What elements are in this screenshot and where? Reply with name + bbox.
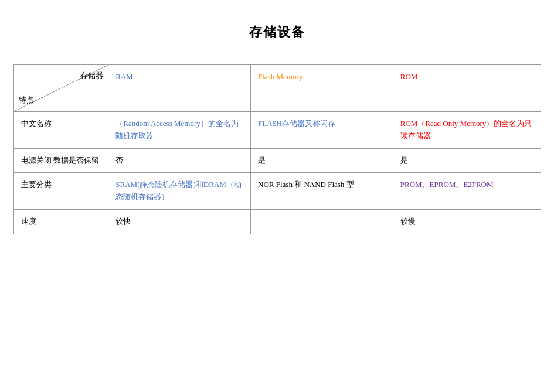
rom-chinese-name-text: ROM（Read Only Memory）的全名为只读存储器 xyxy=(400,119,532,140)
flash-chinese-name-text: FLASH存储器又称闪存 xyxy=(258,119,335,128)
flash-classification: NOR Flash 和 NAND Flash 型 xyxy=(251,173,393,210)
flash-classification-text: NOR Flash 和 NAND Flash 型 xyxy=(258,180,354,189)
flash-chinese-name: FLASH存储器又称闪存 xyxy=(251,112,393,149)
header-row: 存储器 特点 RAM Flash Memory ROM xyxy=(13,65,541,112)
row-classification: 主要分类 SRAM(静态随机存储器)和DRAM（动态随机存储器） NOR Fla… xyxy=(13,173,541,210)
header-feature-label: 特点 xyxy=(19,94,34,107)
ram-chinese-name-text: （Random Access Memory）的全名为随机存取器 xyxy=(115,119,238,140)
row-chinese-name: 中文名称 （Random Access Memory）的全名为随机存取器 FLA… xyxy=(13,112,541,149)
label-classification: 主要分类 xyxy=(13,173,108,210)
rom-header-text: ROM xyxy=(400,72,418,81)
ram-header-text: RAM xyxy=(115,72,133,81)
label-chinese-name: 中文名称 xyxy=(13,112,108,149)
page-title: 存储设备 xyxy=(13,23,541,41)
ram-classification: SRAM(静态随机存储器)和DRAM（动态随机存储器） xyxy=(108,173,251,210)
header-rom-cell: ROM xyxy=(393,65,541,112)
storage-table: 存储器 特点 RAM Flash Memory ROM 中文名称 （Random… xyxy=(13,64,541,234)
page-container: 存储设备 存储器 特点 RAM Flash Memory xyxy=(13,23,541,234)
header-ram-cell: RAM xyxy=(108,65,251,112)
ram-speed: 较快 xyxy=(108,209,251,234)
rom-classification: PROM、EPROM、E2PROM xyxy=(393,173,541,210)
label-power-off: 电源关闭 数据是否保留 xyxy=(13,148,108,173)
header-flash-cell: Flash Memory xyxy=(251,65,393,112)
flash-speed xyxy=(251,209,393,234)
row-speed: 速度 较快 较慢 xyxy=(13,209,541,234)
rom-speed: 较慢 xyxy=(393,209,541,234)
rom-chinese-name: ROM（Read Only Memory）的全名为只读存储器 xyxy=(393,112,541,149)
label-speed: 速度 xyxy=(13,209,108,234)
flash-header-text: Flash Memory xyxy=(258,72,303,81)
row-power-off: 电源关闭 数据是否保留 否 是 是 xyxy=(13,148,541,173)
ram-chinese-name: （Random Access Memory）的全名为随机存取器 xyxy=(108,112,251,149)
rom-power-off: 是 xyxy=(393,148,541,173)
rom-classification-text: PROM、EPROM、E2PROM xyxy=(400,180,494,189)
header-feature-cell: 存储器 特点 xyxy=(13,65,108,112)
flash-power-off: 是 xyxy=(251,148,393,173)
header-storage-label: 存储器 xyxy=(80,70,103,82)
ram-power-off: 否 xyxy=(108,148,251,173)
ram-classification-text: SRAM(静态随机存储器)和DRAM（动态随机存储器） xyxy=(115,180,242,201)
